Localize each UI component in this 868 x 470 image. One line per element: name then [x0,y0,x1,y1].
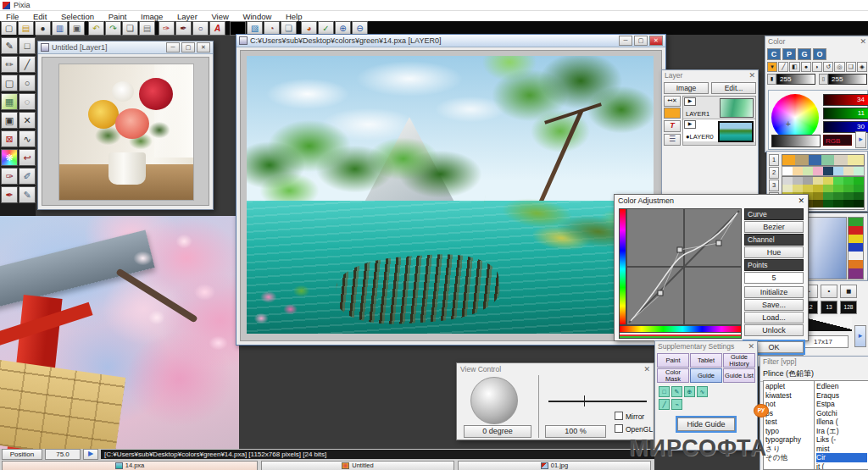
list-item[interactable]: mist [816,445,867,454]
taskbar-tab-14pxa[interactable]: 14.pxa [2,461,258,470]
list-item[interactable]: it ( [816,462,867,470]
curve-type-button[interactable]: Bezier [744,221,804,233]
copy-button[interactable]: ❏ [122,21,138,36]
zoom-value-field[interactable]: 75.0 [45,449,81,460]
list-item-selected[interactable]: Cir [816,453,867,462]
dropper-mode-button[interactable]: ▾ [767,62,777,72]
diamond-mode-button[interactable]: ◈ [857,62,867,72]
pen-b-tool[interactable]: ✐ [19,168,36,185]
brush-tip-large[interactable]: ■ [840,285,857,298]
zoom-in-button[interactable]: ⊕ [335,21,351,36]
degree-button[interactable]: 0 degree [464,425,531,438]
tab-gradient[interactable]: G [798,48,811,60]
color-wheel-tool[interactable]: ❋ [1,149,18,166]
guide-arc-icon[interactable]: ⌁ [671,399,682,410]
tab-tablet[interactable]: Tablet [690,353,722,368]
capture-button[interactable]: ● [35,21,51,36]
tab-guide-history[interactable]: Guide History [723,353,755,368]
swatch-set-3[interactable]: 3 [769,180,779,191]
taskbar-tab-01jpg[interactable]: 01.jpg [458,461,651,470]
untitled-titlebar[interactable]: Untitled [Layer1] ─ ▢ ✕ [38,41,213,54]
guide-line-icon[interactable]: ╱ [659,399,670,410]
minimize-button[interactable]: ─ [166,42,180,53]
layer-row[interactable]: ▶ LAYER1 [683,97,755,119]
guide-curve-icon[interactable]: ∿ [697,386,708,397]
tab-palette[interactable]: P [782,48,796,60]
list-item[interactable]: Eraqus [816,391,867,401]
dot-mode-button[interactable]: ● [801,62,811,72]
untitled-canvas[interactable] [42,57,209,206]
image-button[interactable]: ▨ [247,21,263,36]
list-item[interactable]: ps [765,409,813,418]
airbrush-tool[interactable]: ✏ [1,56,18,73]
taskbar-tab-untitled[interactable]: Untitled [261,461,454,470]
main-window[interactable]: C:¥Users¥sub¥Desktop¥colors¥green¥14.pxa… [236,34,666,346]
minimize-button[interactable]: ─ [619,36,632,46]
gradient-tool[interactable]: ▦ [1,93,18,110]
pressure-wedge[interactable] [801,317,852,331]
untitled-window[interactable]: Untitled [Layer1] ─ ▢ ✕ [37,41,214,210]
open-button[interactable]: ▤ [18,21,34,36]
rotate-mode-button[interactable]: ↺ [823,62,833,72]
brush-size-13[interactable]: 13 [821,301,837,314]
paste-button[interactable]: ▤ [139,21,155,36]
value-slider[interactable] [771,135,821,147]
save-button[interactable]: Save... [744,299,804,311]
layer-thumbnail[interactable] [720,98,754,118]
opengl-checkbox[interactable]: OpenGL [615,424,653,434]
points-value-field[interactable]: 5 [744,272,804,284]
main-titlebar[interactable]: C:¥Users¥sub¥Desktop¥colors¥green¥14.pxa… [236,35,665,47]
brush-b-tool[interactable]: ✎ [19,186,36,203]
guide-rect-icon[interactable]: □ [659,386,670,397]
list-item[interactable]: typo [765,427,813,436]
layer-visibility-icon[interactable]: ▶ [684,120,696,129]
tab-paint[interactable]: Paint [657,353,689,368]
tab-color-mask[interactable]: Color Mask [657,368,689,383]
clear-tool[interactable]: ⊠ [1,130,18,147]
play-button[interactable]: ▶ [83,449,98,460]
color-panel-titlebar[interactable]: Color ✕ [765,36,868,48]
curve-editor[interactable] [626,208,742,325]
tab-color[interactable]: C [767,48,781,60]
density-slider[interactable]: 255 [776,74,815,85]
color-swatch-button[interactable]: ■ [230,21,246,36]
close-button[interactable]: ✕ [197,42,210,53]
maximize-button[interactable]: ▢ [634,36,648,46]
layer-add-button[interactable]: ↤✕ [664,96,681,107]
list-item[interactable]: not [765,400,813,409]
close-icon[interactable]: ✕ [748,342,754,352]
filter-list-left[interactable]: applet kiwatest not ps test typo typogra… [763,380,815,470]
save-button[interactable]: ▥ [52,21,68,36]
circle-mode-button[interactable]: ◎ [834,62,844,72]
ellipse-tool[interactable]: ○ [19,75,36,91]
filter-titlebar[interactable]: Filter [vpp] [760,357,868,368]
layers-mode-button[interactable]: ❏ [846,62,856,72]
close-icon[interactable]: ✕ [748,71,755,81]
select-rect-tool[interactable]: □ [19,37,36,54]
list-item[interactable]: Illena ( [816,417,867,427]
expand-arrow-button[interactable]: ▸ [855,131,866,148]
close-icon[interactable]: ✕ [798,196,804,205]
close-button[interactable]: ✕ [649,36,663,46]
text-tool-button[interactable]: A [209,21,225,36]
zoom-slider-track[interactable] [548,401,647,402]
mirror-checkbox[interactable]: Mirror [615,412,644,421]
new-file-button[interactable]: ▢ [1,21,17,36]
brush-expand-button[interactable]: ▸ [854,325,866,347]
timer-button[interactable]: ◔ [264,21,280,36]
landscape-painting[interactable] [247,56,654,334]
blob-mode-button[interactable]: ◗ [812,62,822,72]
contrast-mode-button[interactable]: ◧ [789,62,799,72]
list-item[interactable]: applet [765,382,813,391]
zoom-slider-thumb[interactable] [584,395,585,406]
lasso-tool[interactable]: ◌ [19,93,36,110]
brush-tip-medium[interactable]: • [821,285,837,298]
texture-thumbnails[interactable] [782,154,865,166]
unlock-button[interactable]: Unlock [744,324,804,336]
line-tool[interactable]: ╱ [19,56,36,73]
list-item[interactable]: kiwatest [765,391,813,401]
channel-button[interactable]: Hue [744,246,804,258]
pen-tool[interactable]: ✎ [1,37,18,54]
rgb-mode-box[interactable]: RGB [823,135,852,146]
swatch-set-2[interactable]: 2 [769,167,779,179]
